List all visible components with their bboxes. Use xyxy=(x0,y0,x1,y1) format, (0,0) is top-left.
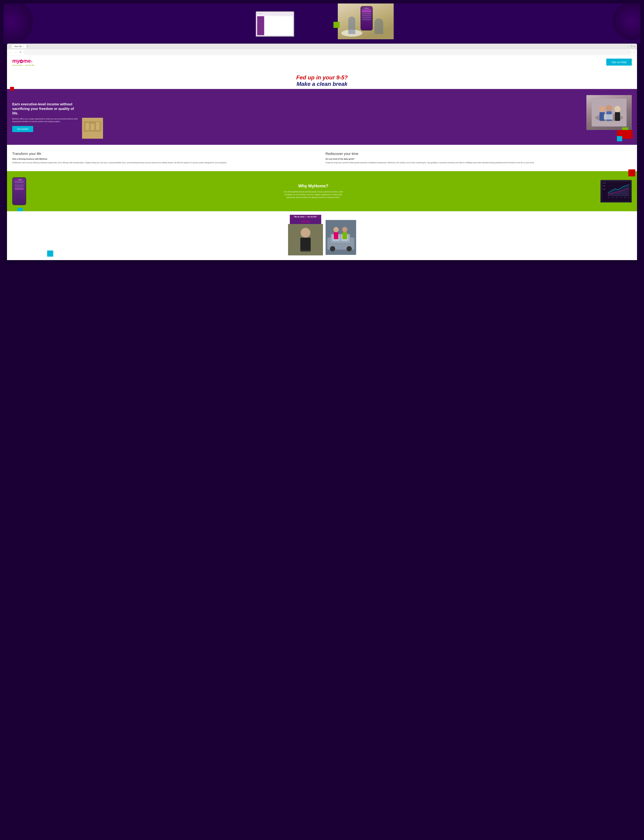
cta-text-area: Earn executive-level income without sacr… xyxy=(12,102,79,132)
tab-bar: New Tab × + xyxy=(12,45,28,48)
why-body: Our well-established brand and thousands… xyxy=(283,190,344,199)
browser-titlebar: New Tab × + — ❐ ✕ xyxy=(7,44,637,49)
devices-container: myhome xyxy=(251,6,394,43)
logo-area: my me ® we do clean … you do life xyxy=(12,58,34,66)
page-wrapper: myhome xyxy=(0,0,644,840)
refresh-btn[interactable]: ↻ xyxy=(19,51,22,54)
feature-body-right: Forget the long hours and the limited gr… xyxy=(325,161,632,164)
restore-btn[interactable]: ❐ xyxy=(631,45,632,47)
feature-body-left: At MyHome, we're not just offering a bus… xyxy=(12,161,319,164)
address-bar[interactable]: ☆ xyxy=(23,50,631,54)
minimize-btn[interactable]: — xyxy=(627,45,629,47)
svg-rect-13 xyxy=(96,122,100,130)
phone-bar xyxy=(362,10,370,10)
cta-images-right xyxy=(82,95,632,139)
laptop-screen xyxy=(256,12,294,36)
active-tab[interactable]: New Tab × xyxy=(12,45,26,48)
svg-point-38 xyxy=(330,246,335,251)
feature-title-right: Rediscover your time xyxy=(325,152,632,156)
person-shape-2 xyxy=(375,18,383,34)
window-controls: — ❐ ✕ xyxy=(627,45,635,47)
logo-registered: ® xyxy=(31,61,33,63)
svg-point-6 xyxy=(614,106,621,112)
star-icon[interactable]: ☆ xyxy=(628,51,629,53)
person-shape-1 xyxy=(348,16,355,34)
laptop-main-area xyxy=(264,16,293,35)
feature-subtitle-right: Are you tired of the daily grind? xyxy=(325,158,632,160)
signup-button[interactable]: Sign up today xyxy=(606,59,632,65)
svg-text:May: May xyxy=(624,197,626,198)
green-accent-top-right xyxy=(334,22,340,28)
accent-cyan-cta xyxy=(617,136,622,141)
browser-toolbar: ← → ↻ ☆ ⋮ xyxy=(7,49,637,55)
team-photo xyxy=(325,220,356,255)
svg-text:Apr: Apr xyxy=(620,197,621,198)
why-phone-block xyxy=(15,184,24,188)
why-phone-line xyxy=(15,181,24,181)
myhome-sign: myhome xyxy=(290,219,321,224)
logo-me: me xyxy=(23,58,31,64)
phone-item xyxy=(362,17,371,18)
svg-point-40 xyxy=(334,227,338,232)
traffic-light-close xyxy=(9,45,11,47)
svg-text:Mar: Mar xyxy=(616,197,618,198)
why-laptop-screen: $1000 $500 $250 xyxy=(601,180,631,202)
get-started-button[interactable]: Get started xyxy=(12,126,33,132)
sign-banner: 'We do clean — You do life!' xyxy=(290,215,321,219)
svg-text:Jan: Jan xyxy=(608,197,609,198)
screen-dot xyxy=(257,13,258,14)
hero-section: Fed up in your 9-5? Make a clean break xyxy=(7,69,637,87)
headline-line-2: Make a clean break xyxy=(12,81,632,87)
tab-label: New Tab xyxy=(14,45,22,47)
features-section: Transform your life Own a thriving busin… xyxy=(7,145,637,171)
bottom-photos-section: 'We do clean — You do life!' myhome xyxy=(7,211,637,260)
svg-rect-41 xyxy=(334,232,338,239)
phone-item xyxy=(362,13,371,14)
cta-heading: Earn executive-level income without sacr… xyxy=(12,102,79,116)
address-icons: ☆ xyxy=(628,51,629,53)
headline-line-1: Fed up in your 9-5? xyxy=(12,74,632,81)
laptop-sidebar xyxy=(257,16,264,35)
svg-point-30 xyxy=(301,228,310,237)
close-btn[interactable]: ✕ xyxy=(634,45,635,47)
browser-menu-btn[interactable]: ⋮ xyxy=(633,51,635,54)
feature-subtitle-left: Own a thriving business with MyHome xyxy=(12,158,319,160)
accent-red-left xyxy=(10,87,14,91)
new-tab-btn[interactable]: + xyxy=(27,45,28,48)
feature-col-left: Transform your life Own a thriving busin… xyxy=(12,152,319,164)
back-btn[interactable]: ← xyxy=(9,51,12,54)
laptop-screen-content xyxy=(256,15,294,36)
svg-point-2 xyxy=(599,106,605,112)
team-photo-container xyxy=(325,220,356,255)
svg-point-42 xyxy=(342,227,347,232)
sign-text: 'We do clean — You do life!' xyxy=(294,216,317,218)
svg-text:Jun: Jun xyxy=(628,197,629,198)
why-title: Why MyHome? xyxy=(30,183,597,188)
svg-point-4 xyxy=(606,105,612,111)
cta-band: Earn executive-level income without sacr… xyxy=(7,89,637,145)
analytics-chart: $1000 $500 $250 xyxy=(602,182,630,201)
myhome-sign-text: myhome xyxy=(301,220,310,223)
svg-point-39 xyxy=(347,246,352,251)
phone-item xyxy=(362,10,371,12)
why-phone-highlight xyxy=(15,188,24,190)
deco-circle-right xyxy=(613,3,641,40)
svg-text:Feb: Feb xyxy=(612,197,613,198)
site-header: my me ® we do clean … you do life Sign u… xyxy=(7,55,637,69)
tab-close-btn[interactable]: × xyxy=(23,46,24,47)
screen-dot xyxy=(261,13,262,14)
svg-rect-32 xyxy=(301,238,310,250)
logo-container: my me ® xyxy=(12,58,34,64)
laptop-screen-header xyxy=(256,12,294,15)
browser-window: New Tab × + — ❐ ✕ ← → ↻ xyxy=(3,44,641,260)
traffic-lights xyxy=(9,45,11,47)
hero-headline: Fed up in your 9-5? Make a clean break xyxy=(12,74,632,87)
small-photo-store xyxy=(82,118,103,139)
top-decorative-section: myhome xyxy=(3,3,641,44)
svg-rect-11 xyxy=(85,123,89,130)
forward-btn[interactable]: → xyxy=(14,51,18,54)
why-text-area: Why MyHome? Our well-established brand a… xyxy=(30,183,597,199)
why-phone-line xyxy=(15,183,24,183)
svg-text:$1000: $1000 xyxy=(603,182,606,183)
website-content: my me ® we do clean … you do life Sign u… xyxy=(7,55,637,260)
